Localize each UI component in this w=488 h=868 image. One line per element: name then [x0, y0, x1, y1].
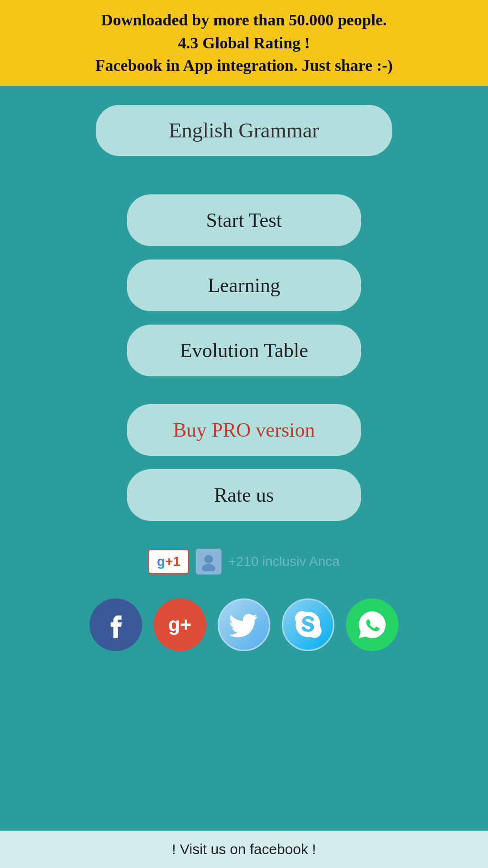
facebook-icon[interactable] — [89, 598, 142, 651]
app-title-button[interactable]: English Grammar — [96, 105, 392, 156]
skype-icon[interactable] — [282, 598, 334, 651]
social-icons-row: g+ — [89, 598, 399, 651]
banner-line1: Downloaded by more than 50.000 people. — [101, 11, 387, 29]
google-plus-badge[interactable]: g+1 — [148, 549, 189, 574]
svg-text:g+: g+ — [168, 613, 191, 635]
counter-text: +210 inclusiv Anca — [228, 554, 340, 569]
social-counter: g+1 +210 inclusiv Anca — [148, 549, 340, 575]
twitter-icon[interactable] — [218, 598, 270, 651]
main-buttons: Start Test Learning Evolution Table Buy … — [0, 194, 488, 534]
banner-line3: Facebook in App integration. Just share … — [95, 56, 393, 74]
evolution-table-button[interactable]: Evolution Table — [127, 325, 361, 376]
promo-banner: Downloaded by more than 50.000 people. 4… — [0, 0, 488, 86]
whatsapp-icon[interactable] — [346, 598, 399, 651]
rate-us-button[interactable]: Rate us — [127, 469, 361, 521]
user-avatar — [196, 549, 222, 575]
buy-pro-button[interactable]: Buy PRO version — [127, 404, 361, 456]
svg-point-0 — [204, 555, 213, 564]
learning-button[interactable]: Learning — [127, 259, 361, 311]
footer-text: ! Visit us on facebook ! — [172, 841, 316, 857]
footer-bar[interactable]: ! Visit us on facebook ! — [0, 831, 488, 868]
banner-line2: 4.3 Global Rating ! — [178, 34, 310, 52]
googleplus-icon[interactable]: g+ — [154, 598, 206, 651]
svg-point-1 — [202, 564, 215, 571]
start-test-button[interactable]: Start Test — [127, 194, 361, 246]
